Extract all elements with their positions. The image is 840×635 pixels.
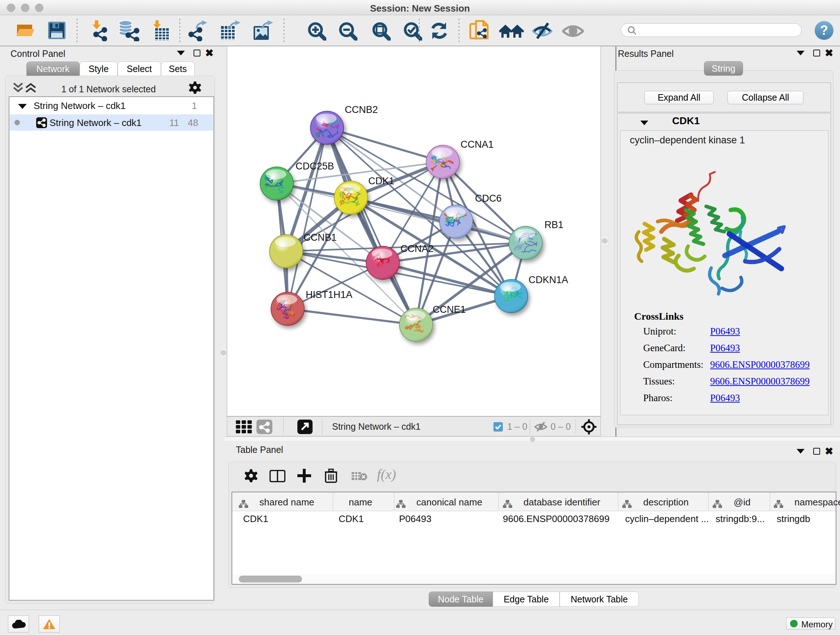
svg-text:CCNA2: CCNA2 xyxy=(401,243,434,254)
svg-text:CCNA1: CCNA1 xyxy=(461,139,494,150)
svg-text:CDK1: CDK1 xyxy=(368,176,394,187)
svg-text:CCNB2: CCNB2 xyxy=(345,104,378,115)
svg-text:CDC25B: CDC25B xyxy=(295,161,334,172)
svg-text:CDKN1A: CDKN1A xyxy=(529,274,568,285)
svg-text:HIST1H1A: HIST1H1A xyxy=(306,289,352,300)
svg-text:CCNB1: CCNB1 xyxy=(303,232,337,243)
svg-text:CCNE1: CCNE1 xyxy=(433,304,466,315)
svg-text:CDC6: CDC6 xyxy=(475,193,502,204)
svg-text:RB1: RB1 xyxy=(545,219,564,230)
